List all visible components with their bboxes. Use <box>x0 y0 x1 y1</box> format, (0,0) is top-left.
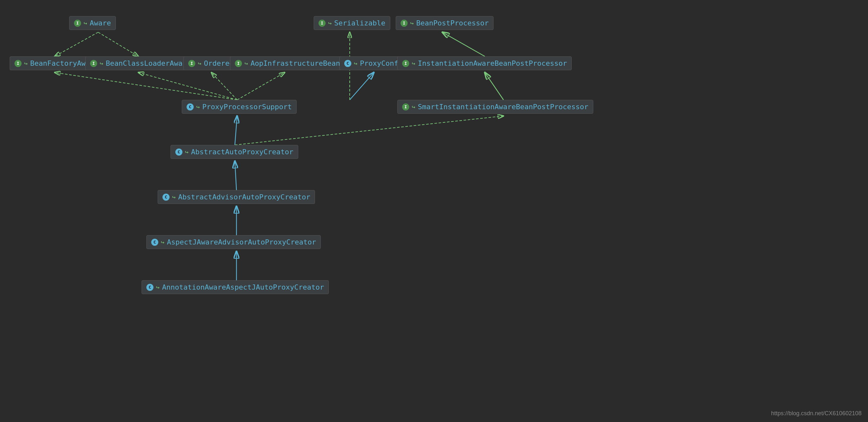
label-instantiationawarebpp: InstantiationAwareBeanPostProcessor <box>418 59 567 67</box>
inherit-icon-beanpostprocessor: ↪ <box>410 20 414 26</box>
inherit-icon-instantiationawarebpp: ↪ <box>412 60 415 67</box>
badge-aspectjawareadvisorautoproxycreator: C <box>151 239 158 246</box>
badge-aware: I <box>74 20 81 27</box>
badge-aopinfrastructurebean: I <box>235 60 242 67</box>
badge-annotationawareaspectjautoproxycreator: C <box>146 284 153 291</box>
badge-proxyconfig: C <box>344 60 351 67</box>
label-ordered: Ordered <box>204 59 234 67</box>
svg-line-9 <box>235 116 503 145</box>
label-beanclassloaderaware: BeanClassLoaderAware <box>106 59 191 67</box>
footer-url: https://blog.csdn.net/CX610602108 <box>771 410 862 417</box>
label-aspectjawareadvisorautoproxycreator: AspectJAwareAdvisorAutoProxyCreator <box>167 238 316 246</box>
svg-line-1 <box>98 32 138 56</box>
badge-instantiationawarebpp: I <box>402 60 409 67</box>
node-instantiationawarebeanpostprocessor: I ↪ InstantiationAwareBeanPostProcessor <box>397 56 572 70</box>
inherit-icon-abstractadvisorautoproxycreator: ↪ <box>172 194 176 200</box>
svg-line-3 <box>138 73 237 100</box>
svg-line-5 <box>237 73 285 100</box>
label-serializable: Serializable <box>334 19 385 27</box>
node-aopinfrastructurebean: I ↪ AopInfrastructureBean <box>230 56 345 70</box>
inherit-icon-smartinstantiationawarebpp: ↪ <box>412 104 415 110</box>
node-annotationawareaspectjautoproxycreator: C ↪ AnnotationAwareAspectJAutoProxyCreat… <box>142 280 329 294</box>
node-abstractadvisorautoproxycreator: C ↪ AbstractAdvisorAutoProxyCreator <box>158 190 315 204</box>
svg-line-6 <box>350 73 374 100</box>
badge-beanpostprocessor: I <box>401 20 408 27</box>
svg-line-0 <box>55 32 98 56</box>
inherit-icon-aopinfrastructurebean: ↪ <box>245 60 248 67</box>
badge-beanfactoryaware: I <box>14 60 22 67</box>
inherit-icon-beanfactoryaware: ↪ <box>24 60 28 67</box>
inherit-icon-ordered: ↪ <box>198 60 202 67</box>
label-abstractautoproxycreator: AbstractAutoProxyCreator <box>191 148 293 156</box>
label-aopinfrastructurebean: AopInfrastructureBean <box>251 59 340 67</box>
svg-line-4 <box>211 73 237 100</box>
svg-line-12 <box>235 161 237 190</box>
label-aware: Aware <box>90 19 111 27</box>
label-smartinstantiationawarebpp: SmartInstantiationAwareBeanPostProcessor <box>418 103 588 111</box>
svg-line-8 <box>235 116 237 145</box>
inherit-icon-annotationawareaspectjautoproxycreator: ↪ <box>156 284 160 290</box>
label-abstractadvisorautoproxycreator: AbstractAdvisorAutoProxyCreator <box>178 193 310 201</box>
node-serializable: I ↪ Serializable <box>314 16 390 30</box>
diagram-container: I ↪ Aware I ↪ Serializable I ↪ BeanPostP… <box>0 0 868 422</box>
inherit-icon-proxyprocessorsupport: ↪ <box>196 104 200 110</box>
node-aspectjawareadvisorautoproxycreator: C ↪ AspectJAwareAdvisorAutoProxyCreator <box>146 235 321 249</box>
badge-abstractautoproxycreator: C <box>175 148 182 156</box>
inherit-icon-aspectjawareadvisorautoproxycreator: ↪ <box>161 239 164 246</box>
inherit-icon-aware: ↪ <box>84 20 87 26</box>
badge-ordered: I <box>188 60 195 67</box>
node-abstractautoproxycreator: C ↪ AbstractAutoProxyCreator <box>170 145 298 159</box>
node-proxyprocessorsupport: C ↪ ProxyProcessorSupport <box>182 100 297 114</box>
inherit-icon-abstractautoproxycreator: ↪ <box>185 148 189 155</box>
svg-line-2 <box>55 73 237 100</box>
badge-smartinstantiationawarebpp: I <box>402 104 409 111</box>
node-beanclassloaderaware: I ↪ BeanClassLoaderAware <box>85 56 196 70</box>
badge-beanclassloaderaware: I <box>90 60 97 67</box>
inherit-icon-proxyconfig: ↪ <box>354 60 358 67</box>
node-aware: I ↪ Aware <box>69 16 116 30</box>
badge-serializable: I <box>318 20 326 27</box>
svg-line-10 <box>485 73 503 100</box>
label-annotationawareaspectjautoproxycreator: AnnotationAwareAspectJAutoProxyCreator <box>162 283 324 291</box>
badge-proxyprocessorsupport: C <box>187 104 194 111</box>
inherit-icon-beanclassloaderaware: ↪ <box>100 60 103 67</box>
label-beanpostprocessor: BeanPostProcessor <box>416 19 489 27</box>
node-beanpostprocessor: I ↪ BeanPostProcessor <box>396 16 494 30</box>
badge-abstractadvisorautoproxycreator: C <box>162 194 169 201</box>
label-proxyprocessorsupport: ProxyProcessorSupport <box>203 103 292 111</box>
svg-line-11 <box>442 32 485 56</box>
node-smartinstantiationawarebpp: I ↪ SmartInstantiationAwareBeanPostProce… <box>397 100 593 114</box>
inherit-icon-serializable: ↪ <box>328 20 332 26</box>
